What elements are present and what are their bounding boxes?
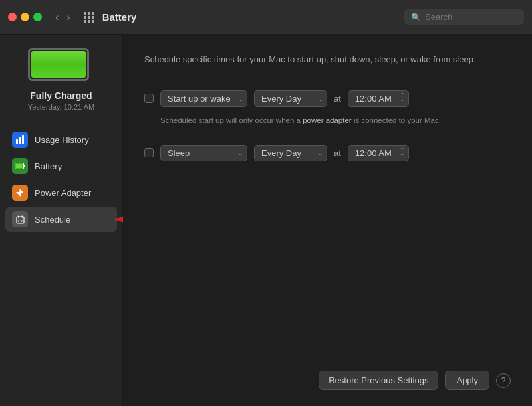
sleep-checkbox[interactable] xyxy=(144,148,154,157)
battery-fill xyxy=(31,51,86,78)
time-select-wrapper-2: 12:00 AM 1:00 AM 6:00 AM xyxy=(348,145,409,161)
search-input[interactable] xyxy=(425,12,517,22)
sidebar-item-power-adapter[interactable]: Power Adapter xyxy=(5,180,117,205)
nav-buttons: ‹ › xyxy=(53,10,73,25)
battery-status-label: Fully Charged xyxy=(30,90,92,101)
usage-history-label: Usage History xyxy=(35,135,89,145)
sidebar-nav: Usage History Battery xyxy=(0,127,122,233)
at-label-2: at xyxy=(334,148,341,158)
battery-status-date: Yesterday, 10:21 AM xyxy=(28,103,94,111)
usage-history-icon xyxy=(12,132,28,148)
svg-rect-1 xyxy=(19,137,21,144)
action-select-wrapper-1: Start up or wake Sleep Restart Shut Down xyxy=(160,90,247,107)
schedule-note: Scheduled start up will only occur when … xyxy=(160,115,511,126)
help-button[interactable]: ? xyxy=(496,373,511,388)
back-button[interactable]: ‹ xyxy=(53,10,61,25)
forward-button[interactable]: › xyxy=(64,10,72,25)
battery-nav-label: Battery xyxy=(35,161,62,171)
svg-rect-8 xyxy=(18,215,19,217)
svg-rect-10 xyxy=(17,219,24,219)
svg-rect-5 xyxy=(16,164,23,169)
svg-marker-6 xyxy=(16,189,24,197)
action-select-1[interactable]: Start up or wake Sleep Restart Shut Down xyxy=(160,90,247,107)
restore-button[interactable]: Restore Previous Settings xyxy=(319,371,438,390)
svg-rect-12 xyxy=(21,220,22,221)
power-adapter-icon xyxy=(12,185,28,201)
svg-rect-0 xyxy=(16,139,18,144)
time-select-wrapper-1: 12:00 AM 1:00 AM 6:00 AM xyxy=(348,90,409,107)
battery-icon-container xyxy=(28,48,94,82)
frequency-select-wrapper-1: Every Day Weekdays Weekends Monday Tuesd… xyxy=(254,90,327,107)
content-area: Schedule specific times for your Mac to … xyxy=(123,35,532,406)
close-button[interactable] xyxy=(8,13,17,21)
window-title: Battery xyxy=(102,11,396,23)
maximize-button[interactable] xyxy=(33,13,42,21)
schedule-row-1: Start up or wake Sleep Restart Shut Down… xyxy=(144,82,511,115)
action-select-2[interactable]: Sleep Start up or wake Restart Shut Down xyxy=(160,145,247,161)
svg-rect-2 xyxy=(22,135,24,144)
startup-checkbox[interactable] xyxy=(144,94,154,103)
traffic-lights xyxy=(8,13,42,21)
schedule-icon xyxy=(12,211,28,227)
sidebar-item-battery[interactable]: Battery xyxy=(5,153,117,179)
time-select-1[interactable]: 12:00 AM 1:00 AM 6:00 AM xyxy=(348,90,409,107)
schedule-section: Start up or wake Sleep Restart Shut Down… xyxy=(144,82,511,169)
description-text: Schedule specific times for your Mac to … xyxy=(144,53,511,66)
frequency-select-1[interactable]: Every Day Weekdays Weekends Monday Tuesd… xyxy=(254,90,327,107)
sidebar-item-schedule[interactable]: Schedule xyxy=(5,207,117,232)
app-grid-icon[interactable] xyxy=(84,12,94,23)
sidebar-item-usage-history[interactable]: Usage History xyxy=(5,127,117,152)
action-select-wrapper-2: Sleep Start up or wake Restart Shut Down xyxy=(160,145,247,161)
frequency-select-2[interactable]: Every Day Weekdays Weekends Monday Tuesd… xyxy=(254,145,327,161)
svg-rect-11 xyxy=(18,220,19,221)
title-bar: ‹ › Battery 🔍 xyxy=(0,0,532,35)
battery-nav-icon xyxy=(12,158,28,174)
search-icon: 🔍 xyxy=(411,13,421,22)
bottom-bar: Restore Previous Settings Apply ? xyxy=(144,363,511,393)
battery-body xyxy=(28,48,89,81)
frequency-select-wrapper-2: Every Day Weekdays Weekends Monday Tuesd… xyxy=(254,145,327,161)
svg-rect-7 xyxy=(17,217,24,223)
main-layout: Fully Charged Yesterday, 10:21 AM Usage … xyxy=(0,35,532,406)
power-adapter-label: Power Adapter xyxy=(35,188,91,198)
sidebar: Fully Charged Yesterday, 10:21 AM Usage … xyxy=(0,35,123,406)
apply-button[interactable]: Apply xyxy=(445,371,489,390)
minimize-button[interactable] xyxy=(21,13,29,21)
row-divider xyxy=(144,134,511,134)
schedule-label: Schedule xyxy=(35,215,70,225)
time-select-2[interactable]: 12:00 AM 1:00 AM 6:00 AM xyxy=(348,145,409,161)
at-label-1: at xyxy=(334,94,341,104)
svg-rect-9 xyxy=(21,215,23,217)
schedule-row-2: Sleep Start up or wake Restart Shut Down… xyxy=(144,137,511,169)
search-bar[interactable]: 🔍 xyxy=(404,9,524,25)
svg-rect-4 xyxy=(24,165,25,167)
